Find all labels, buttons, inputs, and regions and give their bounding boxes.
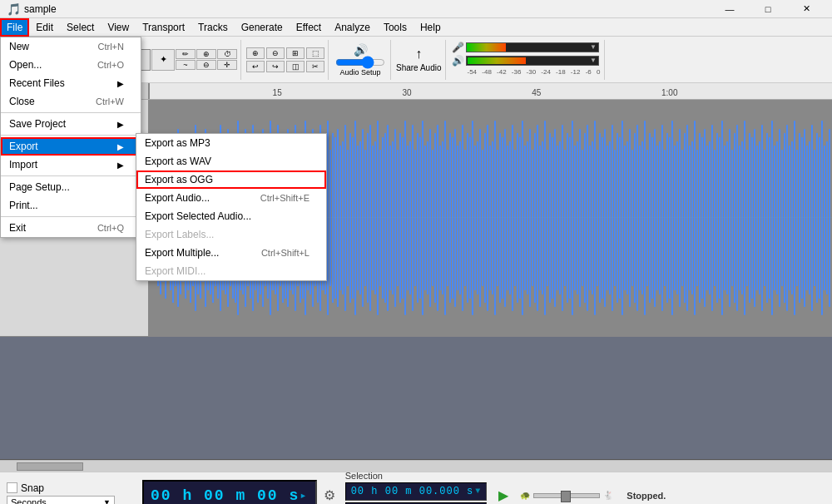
menu-export-mp3[interactable]: Export as MP3 <box>136 134 326 152</box>
svg-rect-116 <box>437 125 438 311</box>
smooth-tool[interactable]: ~ <box>176 60 196 70</box>
svg-rect-182 <box>602 137 603 299</box>
svg-rect-261 <box>799 133 800 303</box>
redo-btn[interactable]: ↪ <box>266 61 285 72</box>
svg-rect-164 <box>557 146 558 290</box>
svg-rect-200 <box>646 150 648 286</box>
menu-edit[interactable]: Edit <box>29 18 60 37</box>
menu-analyze[interactable]: Analyze <box>328 18 377 37</box>
time-tool[interactable]: ⏱ <box>217 49 237 59</box>
zoom-out-tool[interactable]: ⊖ <box>196 60 216 70</box>
share-label[interactable]: Share Audio <box>396 63 442 72</box>
new-label: New <box>9 41 29 52</box>
svg-rect-258 <box>791 141 793 294</box>
zoom-full-btn[interactable]: ⬚ <box>306 47 324 59</box>
minimize-button[interactable]: — <box>711 0 749 18</box>
envelope-tool[interactable]: ✦ <box>151 49 175 71</box>
svg-rect-72 <box>327 121 329 315</box>
menu-close[interactable]: Close Ctrl+W <box>1 92 141 111</box>
speaker-icon: 🔊 <box>452 55 464 67</box>
page-setup-label: Page Setup... <box>9 181 70 193</box>
menu-print[interactable]: Print... <box>1 196 141 215</box>
svg-rect-222 <box>701 137 703 299</box>
svg-rect-199 <box>644 121 646 315</box>
maximize-button[interactable]: □ <box>749 0 787 18</box>
svg-rect-221 <box>699 133 701 303</box>
svg-rect-124 <box>457 146 458 290</box>
menu-help[interactable]: Help <box>414 18 448 37</box>
svg-rect-228 <box>716 133 718 303</box>
zoom-sel-btn[interactable]: ⊞ <box>286 47 305 59</box>
menu-import[interactable]: Import ▶ <box>1 156 141 174</box>
svg-rect-81 <box>349 133 351 303</box>
play-at-selection-button[interactable]: ▶ <box>493 486 513 505</box>
svg-rect-251 <box>774 146 775 290</box>
settings-icon[interactable]: ⚙ <box>324 487 335 503</box>
svg-rect-220 <box>696 150 698 286</box>
scroll-thumb[interactable] <box>17 462 83 471</box>
menu-save-project[interactable]: Save Project ▶ <box>1 115 141 133</box>
menu-tracks[interactable]: Tracks <box>191 18 235 37</box>
menu-generate[interactable]: Generate <box>235 18 290 37</box>
svg-rect-102 <box>402 137 404 299</box>
draw-tool[interactable]: ✏ <box>176 49 196 59</box>
menu-tools[interactable]: Tools <box>377 18 414 37</box>
menu-open[interactable]: Open... Ctrl+O <box>1 56 141 74</box>
menu-export-multiple[interactable]: Export Multiple... Ctrl+Shift+L <box>136 244 326 262</box>
zoom-group: ⊕ ⊖ ⊞ ⬚ ↩ ↪ ◫ ✂ <box>243 40 329 80</box>
svg-rect-151 <box>524 146 526 290</box>
speed-decrease-icon: 🐢 <box>520 491 530 500</box>
menu-export-selected[interactable]: Export Selected Audio... <box>136 207 326 225</box>
menu-file[interactable]: File <box>0 18 29 37</box>
trim-btn[interactable]: ✂ <box>306 61 324 72</box>
svg-rect-73 <box>329 150 331 286</box>
svg-rect-93 <box>379 150 381 286</box>
menu-transport[interactable]: Transport <box>136 18 191 37</box>
svg-rect-255 <box>784 133 785 303</box>
zoom-fit-btn[interactable]: ⊕ <box>246 47 265 59</box>
undo-btn[interactable]: ↩ <box>246 61 265 72</box>
zoom-out-btn[interactable]: ⊖ <box>266 47 285 59</box>
seconds-dropdown[interactable]: Seconds ▼ <box>7 496 115 505</box>
speed-slider-track[interactable] <box>533 493 600 498</box>
multi-tool[interactable]: ✛ <box>217 60 237 70</box>
seconds-label: Seconds <box>11 497 47 505</box>
menu-export[interactable]: Export ▶ <box>1 137 141 156</box>
menu-export-ogg[interactable]: Export as OGG <box>136 170 326 189</box>
svg-rect-189 <box>619 137 621 299</box>
menu-export-audio[interactable]: Export Audio... Ctrl+Shift+E <box>136 189 326 207</box>
menu-effect[interactable]: Effect <box>290 18 328 37</box>
menu-select[interactable]: Select <box>60 18 101 37</box>
speed-slider-thumb[interactable] <box>561 491 571 502</box>
svg-rect-112 <box>427 141 428 294</box>
silence-btn[interactable]: ◫ <box>286 61 305 72</box>
close-button[interactable]: ✕ <box>787 0 825 18</box>
selection-start-display: 00 h 00 m 00.000 s ▼ <box>345 482 488 501</box>
mic-icon: 🎤 <box>452 42 464 53</box>
volume-label: Audio Setup <box>339 68 380 77</box>
volume-slider[interactable] <box>335 58 385 67</box>
menu-recent-files[interactable]: Recent Files ▶ <box>1 74 141 92</box>
ruler-mark-30: 30 <box>402 88 411 97</box>
menu-export-midi: Export MIDI... <box>136 262 326 280</box>
menu-new[interactable]: New Ctrl+N <box>1 37 141 56</box>
zoom-in-tool[interactable]: ⊕ <box>196 49 216 59</box>
svg-rect-131 <box>474 146 476 290</box>
menu-view[interactable]: View <box>101 18 136 37</box>
vu-meter-group: 🎤 ▼ 🔊 ▼ -54-48-42-36-30-24-18-12-60 <box>448 40 605 80</box>
snap-checkbox[interactable] <box>7 482 17 493</box>
svg-rect-273 <box>829 129 830 307</box>
svg-rect-178 <box>592 141 593 294</box>
menu-export-wav[interactable]: Export as WAV <box>136 152 326 170</box>
svg-rect-137 <box>489 146 491 290</box>
svg-rect-179 <box>594 121 596 315</box>
menu-exit[interactable]: Exit Ctrl+Q <box>1 219 141 237</box>
menu-page-setup[interactable]: Page Setup... <box>1 178 141 196</box>
svg-rect-207 <box>664 150 666 286</box>
svg-rect-252 <box>776 141 778 294</box>
svg-rect-157 <box>539 146 541 290</box>
svg-rect-117 <box>439 146 441 290</box>
svg-rect-264 <box>806 146 808 290</box>
svg-rect-135 <box>484 133 486 303</box>
svg-rect-106 <box>412 125 414 311</box>
